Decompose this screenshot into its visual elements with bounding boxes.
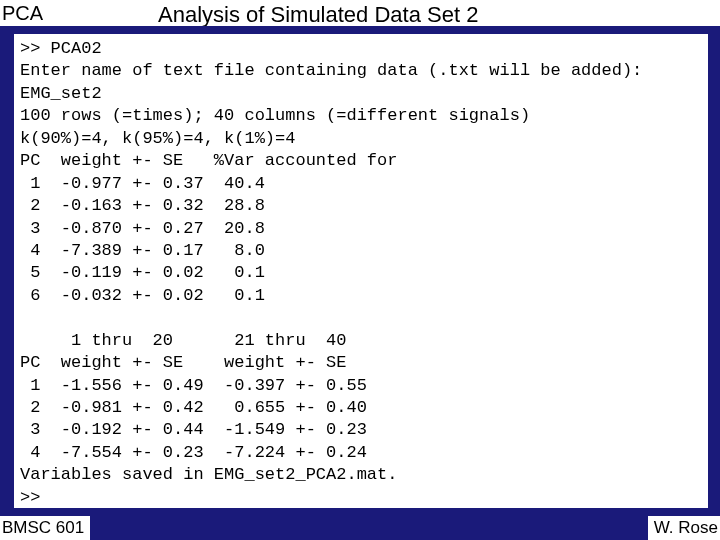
- course-code: BMSC 601: [0, 516, 90, 540]
- slide-header: PCA Analysis of Simulated Data Set 2: [0, 0, 720, 28]
- terminal-output: >> PCA02 Enter name of text file contain…: [14, 34, 708, 508]
- author-name: W. Rose: [648, 516, 720, 540]
- header-divider: [0, 26, 720, 34]
- section-tag: PCA: [0, 0, 47, 27]
